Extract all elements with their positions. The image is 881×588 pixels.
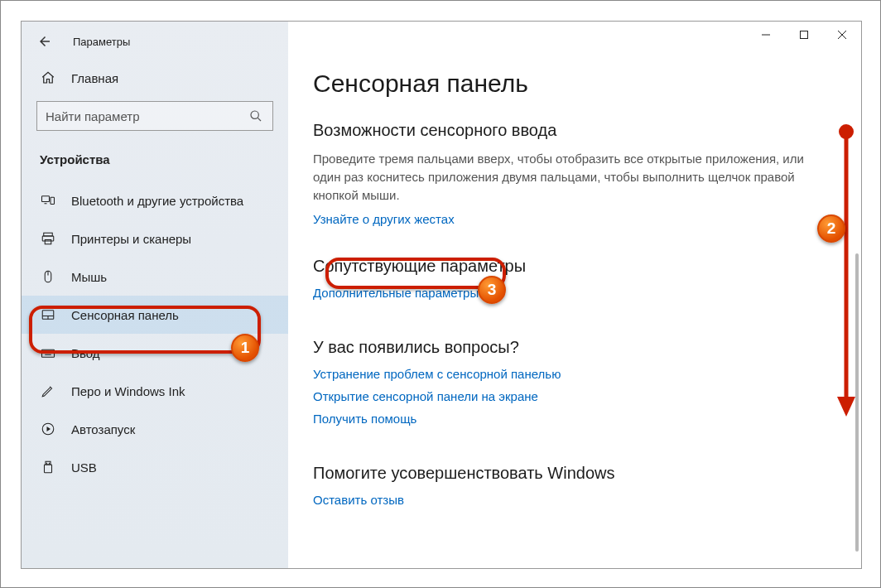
usb-icon [40, 459, 56, 475]
link-learn-gestures[interactable]: Узнайте о других жестах [313, 212, 455, 226]
svg-rect-5 [45, 240, 51, 244]
printer-icon [40, 230, 56, 247]
search-icon [248, 108, 264, 124]
app-title: Параметры [73, 36, 130, 48]
maximize-button[interactable] [785, 22, 823, 48]
mouse-icon [40, 268, 56, 285]
nav-printers[interactable]: Принтеры и сканеры [22, 219, 288, 258]
nav-label: USB [71, 460, 97, 475]
autoplay-icon [40, 421, 56, 437]
nav-label: Автозапуск [71, 422, 135, 436]
keyboard-icon [40, 345, 56, 361]
nav-label: Сенсорная панель [71, 308, 179, 322]
pen-icon [40, 383, 56, 399]
nav-label: Ввод [71, 346, 100, 360]
close-button[interactable] [823, 22, 861, 48]
home-label: Главная [71, 71, 118, 85]
nav-pen[interactable]: Перо и Windows Ink [22, 372, 288, 410]
link-feedback[interactable]: Оставить отзыв [313, 493, 836, 507]
nav-bluetooth[interactable]: Bluetooth и другие устройства [22, 181, 288, 219]
section-feedback-title: Помогите усовершенствовать Windows [313, 464, 836, 483]
devices-icon [40, 192, 56, 209]
scrollbar-thumb[interactable] [855, 253, 859, 552]
svg-rect-12 [801, 31, 808, 39]
svg-rect-10 [46, 461, 51, 465]
sidebar: Параметры Главная Найти параметр Устройс… [22, 22, 288, 568]
touchpad-icon [40, 306, 56, 323]
titlebar: Параметры [22, 22, 288, 61]
svg-rect-4 [42, 236, 54, 241]
svg-rect-8 [42, 349, 55, 357]
section-touch-capabilities-body: Проведите тремя пальцами вверх, чтобы от… [313, 150, 818, 204]
svg-rect-11 [45, 465, 52, 473]
svg-rect-3 [44, 233, 53, 236]
nav-autoplay[interactable]: Автозапуск [22, 410, 288, 448]
search-placeholder: Найти параметр [46, 109, 140, 123]
svg-rect-1 [42, 196, 50, 202]
scrollbar[interactable] [855, 129, 859, 560]
link-troubleshoot[interactable]: Устранение проблем с сенсорной панелью [313, 367, 836, 381]
section-touch-capabilities-title: Возможности сенсорного ввода [313, 121, 836, 140]
back-button[interactable] [36, 33, 53, 50]
nav-label: Перо и Windows Ink [71, 384, 185, 398]
nav-mouse[interactable]: Мышь [22, 258, 288, 296]
nav-label: Принтеры и сканеры [71, 232, 191, 246]
nav-usb[interactable]: USB [22, 448, 288, 486]
svg-point-0 [251, 111, 258, 118]
link-additional-params[interactable]: Дополнительные параметры [313, 286, 836, 300]
nav-touchpad[interactable]: Сенсорная панель [22, 296, 288, 334]
nav-input[interactable]: Ввод [22, 334, 288, 372]
sidebar-section-title: Устройства [22, 131, 288, 181]
content-pane: Сенсорная панель Возможности сенсорного … [288, 22, 861, 568]
home-icon [40, 70, 56, 86]
section-related-title: Сопутствующие параметры [313, 257, 836, 276]
nav-label: Мышь [71, 270, 107, 284]
window-controls [747, 22, 861, 48]
nav-home[interactable]: Главная [22, 61, 288, 96]
search-input[interactable]: Найти параметр [36, 101, 273, 131]
svg-rect-2 [51, 197, 55, 204]
link-open-touchpad[interactable]: Открытие сенсорной панели на экране [313, 389, 836, 403]
minimize-button[interactable] [747, 22, 785, 48]
nav-label: Bluetooth и другие устройства [71, 194, 243, 208]
section-questions-title: У вас появились вопросы? [313, 338, 836, 357]
link-get-help[interactable]: Получить помощь [313, 412, 836, 426]
